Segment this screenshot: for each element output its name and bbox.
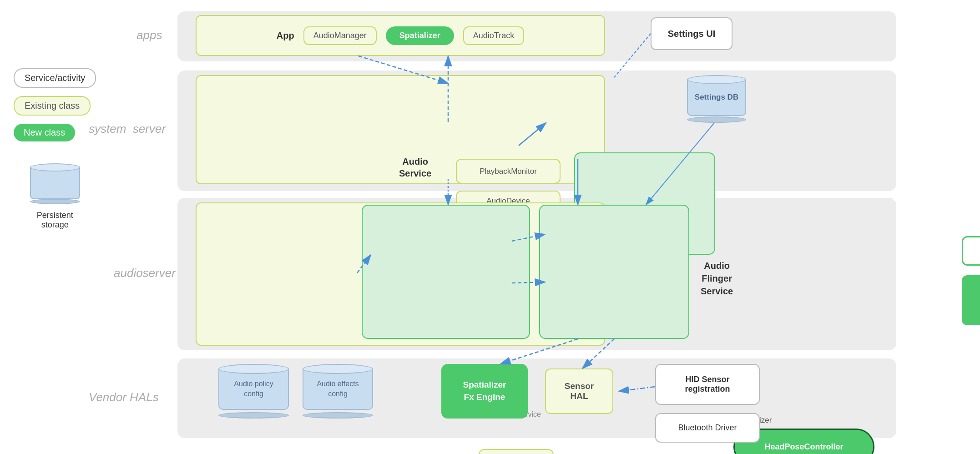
- sensor-hal-box: SensorHAL: [545, 368, 613, 414]
- legend-storage: Persistentstorage: [14, 163, 96, 230]
- spatializer-fx-engine-box: SpatializerFx Engine: [441, 364, 528, 419]
- legend-new-box: New class: [14, 124, 75, 141]
- spatializer-thread-group: SpatializerThread EffectChain (POST) Eff…: [539, 205, 689, 339]
- legend-storage-label: Persistentstorage: [37, 211, 73, 230]
- playback-monitor-box: PlaybackMonitor: [456, 159, 561, 184]
- spatializer-apps-box: Spatializer: [386, 26, 454, 45]
- legend-existing-class: Existing class: [14, 96, 96, 116]
- system-server-layer-label: system_server: [89, 122, 166, 136]
- legend: Service/activity Existing class New clas…: [14, 68, 96, 230]
- apps-layer-label: apps: [136, 28, 162, 42]
- audio-policy-config-cylinder: Audio policyconfig: [218, 364, 289, 419]
- legend-new-class: New class: [14, 124, 96, 141]
- legend-service-box: Service/activity: [14, 68, 96, 88]
- bluetooth-driver-box: Bluetooth Driver: [655, 413, 760, 443]
- apps-container: App AudioManager Spatializer AudioTrack: [196, 15, 605, 56]
- audio-manager-box: AudioManager: [303, 26, 377, 45]
- settings-ui-box: Settings UI: [651, 17, 732, 50]
- vendor-hals-layer-label: Vendor HALs: [89, 390, 159, 404]
- audio-flinger-service-label: AudioFlingerService: [701, 259, 733, 298]
- legend-existing-box: Existing class: [14, 96, 91, 116]
- diagram: apps system_server audioserver Vendor HA…: [0, 0, 980, 454]
- audio-service-container: AudioService PlaybackMonitor AudioDevice…: [196, 75, 605, 184]
- spatializer-helper-box: Spatializer Helper: [962, 275, 980, 325]
- audio-effects-config-cylinder: Audio effectsconfig: [303, 364, 373, 419]
- audio-track-box: AudioTrack: [463, 26, 524, 45]
- settings-db-cylinder: Settings DB: [687, 75, 746, 123]
- audio-service-label: AudioService: [399, 156, 431, 179]
- audio-policy-manager-box: AudioPolicyManager: [479, 449, 554, 454]
- spatializer-audioserver-group: Spatializer HeadPoseController AudioEffe…: [362, 205, 530, 339]
- legend-service-activity: Service/activity: [14, 68, 96, 88]
- audioserver-layer-label: audioserver: [114, 266, 176, 280]
- hid-sensor-registration-box: HID Sensorregistration: [655, 364, 760, 405]
- app-label: App: [277, 30, 294, 41]
- spatializer-system-box: Spatializer: [962, 236, 980, 266]
